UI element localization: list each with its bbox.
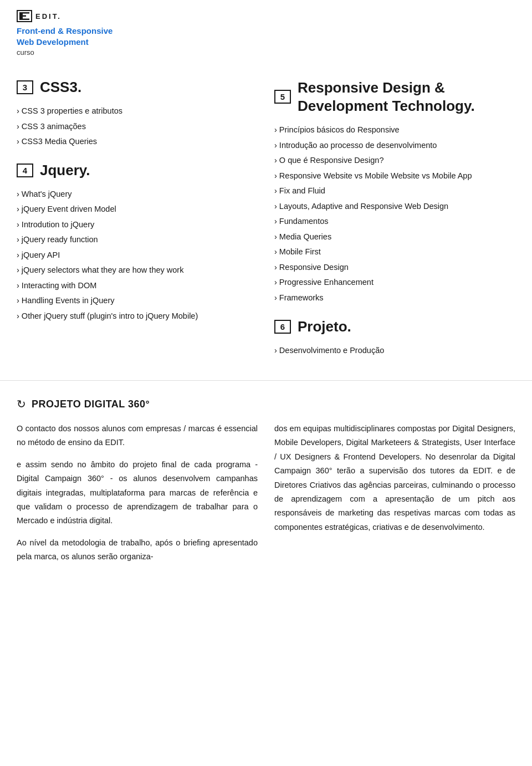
section-6: 6 Projeto. Desenvolvimento e Produção xyxy=(274,318,515,359)
section-6-list: Desenvolvimento e Produção xyxy=(274,343,515,359)
section-5-list: Princípios básicos do Responsive Introdu… xyxy=(274,122,515,306)
project-body: O contacto dos nossos alunos com empresa… xyxy=(17,422,515,571)
section-3: 3 CSS3. CSS 3 properties e atributos CSS… xyxy=(17,79,258,150)
list-item: Responsive Website vs Mobile Website vs … xyxy=(274,168,515,184)
list-item: CSS3 Media Queries xyxy=(17,134,258,150)
breadcrumb-line2: Web Development xyxy=(17,37,89,47)
list-item: Progressive Enhancement xyxy=(274,275,515,290)
list-item: Media Queries xyxy=(274,229,515,245)
section-6-header: 6 Projeto. xyxy=(274,318,515,335)
section-4-header: 4 Jquery. xyxy=(17,162,258,179)
breadcrumb-sub: curso xyxy=(17,48,515,57)
curriculum-columns: 3 CSS3. CSS 3 properties e atributos CSS… xyxy=(17,79,515,358)
list-item: Fix and Fluid xyxy=(274,183,515,199)
list-item: Frameworks xyxy=(274,290,515,306)
right-column: 5 Responsive Design & Development Techno… xyxy=(274,79,515,358)
section-5-title: Responsive Design & Development Technolo… xyxy=(298,79,515,115)
list-item: Mobile First xyxy=(274,244,515,260)
section-3-number: 3 xyxy=(17,80,33,94)
section-5-number: 5 xyxy=(274,90,291,104)
section-3-title: CSS3. xyxy=(40,79,81,96)
section-5: 5 Responsive Design & Development Techno… xyxy=(274,79,515,306)
section-5-header: 5 Responsive Design & Development Techno… xyxy=(274,79,515,115)
left-column: 3 CSS3. CSS 3 properties e atributos CSS… xyxy=(17,79,258,358)
section-4-list: What's jQuery jQuery Event driven Model … xyxy=(17,187,258,324)
main-content: 3 CSS3. CSS 3 properties e atributos CSS… xyxy=(0,62,532,358)
section-4: 4 Jquery. What's jQuery jQuery Event dri… xyxy=(17,162,258,324)
list-item: What's jQuery xyxy=(17,187,258,202)
list-item: Layouts, Adaptive and Responsive Web Des… xyxy=(274,199,515,215)
list-item: O que é Responsive Design? xyxy=(274,153,515,168)
section-3-list: CSS 3 properties e atributos CSS 3 anima… xyxy=(17,104,258,150)
list-item: CSS 3 properties e atributos xyxy=(17,104,258,119)
list-item: Princípios básicos do Responsive xyxy=(274,122,515,138)
list-item: jQuery selectors what they are how they … xyxy=(17,263,258,278)
project-col1-p2: e assim sendo no âmbito do projeto final… xyxy=(17,458,258,528)
project-title: PROJETO DIGITAL 360° xyxy=(32,399,150,410)
list-item: CSS 3 animações xyxy=(17,119,258,135)
project-header: ↻ PROJETO DIGITAL 360° xyxy=(17,397,515,411)
list-item: Introdução ao processo de desenvolviment… xyxy=(274,138,515,154)
section-6-title: Projeto. xyxy=(298,318,351,335)
project-col2: dos em equipas multidisciplinares compos… xyxy=(274,422,515,571)
list-item: Fundamentos xyxy=(274,214,515,229)
breadcrumb-link[interactable]: Front-end & Responsive Web Development xyxy=(17,26,112,47)
logo-icon xyxy=(17,10,32,22)
list-item: Other jQuery stuff (plugin's intro to jQ… xyxy=(17,309,258,324)
logo-text: EDIT. xyxy=(35,12,62,21)
list-item: Responsive Design xyxy=(274,260,515,275)
logo-area: EDIT. xyxy=(17,10,515,22)
list-item: jQuery API xyxy=(17,248,258,263)
svg-rect-1 xyxy=(19,12,29,14)
project-col1-p3: Ao nível da metodologia de trabalho, apó… xyxy=(17,536,258,564)
list-item: jQuery ready function xyxy=(17,232,258,248)
project-col2-p1: dos em equipas multidisciplinares compos… xyxy=(274,422,515,534)
project-col1: O contacto dos nossos alunos com empresa… xyxy=(17,422,258,571)
list-item: jQuery Event driven Model xyxy=(17,202,258,217)
list-item: Interacting with DOM xyxy=(17,278,258,294)
list-item: Introdution to jQuery xyxy=(17,217,258,233)
section-4-title: Jquery. xyxy=(40,162,90,179)
section-4-number: 4 xyxy=(17,164,33,177)
breadcrumb-line1: Front-end & Responsive xyxy=(17,26,112,35)
list-item: Handling Events in jQuery xyxy=(17,293,258,309)
header: EDIT. Front-end & Responsive Web Develop… xyxy=(0,0,532,62)
section-6-number: 6 xyxy=(274,320,291,334)
project-col1-p1: O contacto dos nossos alunos com empresa… xyxy=(17,422,258,450)
project-section: ↻ PROJETO DIGITAL 360° O contacto dos no… xyxy=(0,380,532,588)
svg-rect-3 xyxy=(19,19,29,21)
svg-rect-2 xyxy=(19,16,26,17)
project-icon: ↻ xyxy=(17,397,26,411)
list-item: Desenvolvimento e Produção xyxy=(274,343,515,359)
section-3-header: 3 CSS3. xyxy=(17,79,258,96)
